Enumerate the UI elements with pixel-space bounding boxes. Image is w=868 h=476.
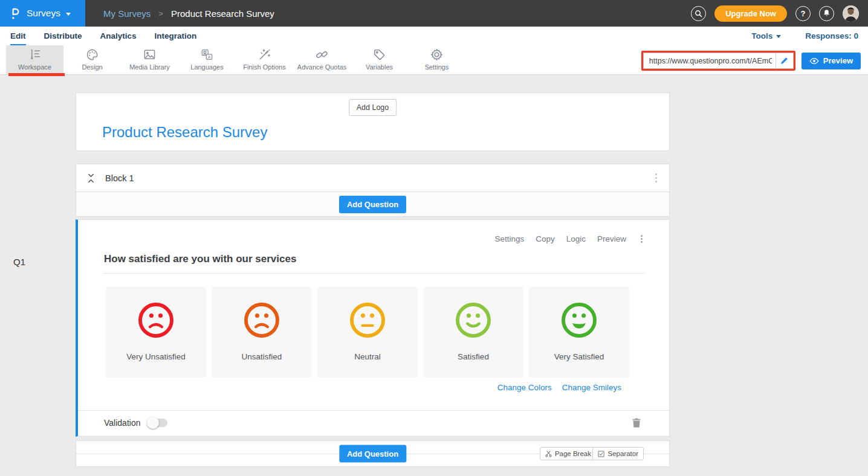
app-menu-label: Surveys: [27, 8, 60, 19]
question-logic-link[interactable]: Logic: [566, 234, 586, 243]
chevron-down-icon: [776, 35, 781, 38]
chevron-down-icon: [66, 13, 71, 16]
questionpro-logo-icon: [9, 5, 21, 21]
toolbar-item-settings[interactable]: Settings: [408, 45, 465, 74]
survey-title[interactable]: Product Research Survey: [102, 124, 267, 141]
search-icon: [695, 10, 702, 18]
responses-count: Responses: 0: [805, 31, 858, 40]
add-question-button-bottom[interactable]: Add Question: [339, 445, 406, 463]
question-number-label: Q1: [13, 257, 25, 267]
smiley-option-very-satisfied[interactable]: Very Satisfied: [529, 287, 629, 378]
question-copy-link[interactable]: Copy: [536, 234, 555, 243]
toolbar-item-languages[interactable]: A Languages: [178, 45, 236, 74]
variables-tag-icon: [372, 48, 386, 62]
settings-gear-icon: [430, 48, 444, 62]
tab-analytics[interactable]: Analytics: [100, 27, 137, 45]
advance-quotas-link-icon: [315, 48, 329, 62]
smiley-config-links: Change Colors Change Smileys: [497, 383, 621, 392]
change-smileys-link[interactable]: Change Smileys: [562, 383, 621, 392]
toolbar-item-finish-options[interactable]: Finish Options: [236, 45, 293, 74]
toolbar-item-workspace[interactable]: Workspace: [6, 45, 63, 74]
checkbox-checked-icon: [598, 451, 604, 457]
tools-menu[interactable]: Tools: [751, 31, 781, 40]
add-logo-button[interactable]: Add Logo: [349, 99, 397, 116]
question-actions: Settings Copy Logic Preview: [494, 233, 645, 245]
validation-label: Validation: [104, 418, 140, 428]
survey-url-input[interactable]: [644, 53, 776, 68]
question-card: Settings Copy Logic Preview How satisfie…: [76, 219, 670, 437]
block-footer-row: Add Question Page Break Separator: [76, 440, 670, 467]
survey-nav-row: EditDistributeAnalyticsIntegration Tools…: [0, 27, 868, 45]
svg-text:A: A: [208, 55, 211, 60]
preview-label: Preview: [823, 56, 853, 65]
smiley-option-satisfied[interactable]: Satisfied: [423, 287, 523, 378]
add-question-button-top[interactable]: Add Question: [339, 196, 406, 213]
languages-icon: A: [200, 48, 214, 62]
smiley-unsatisfied-icon: [242, 301, 281, 339]
tab-distribute[interactable]: Distribute: [44, 27, 82, 45]
help-button[interactable]: ?: [795, 6, 811, 21]
tab-edit[interactable]: Edit: [10, 27, 26, 45]
breadcrumb-current-survey: Product Research Survey: [171, 8, 274, 19]
delete-question-button[interactable]: [631, 417, 642, 429]
smiley-option-neutral[interactable]: Neutral: [317, 287, 418, 378]
survey-url-annotation-box: [641, 51, 795, 71]
add-question-row: Add Question: [76, 192, 670, 217]
breadcrumb-separator: >: [158, 9, 163, 18]
tab-integration[interactable]: Integration: [155, 27, 197, 45]
question-footer: Validation: [78, 409, 669, 436]
question-preview-link[interactable]: Preview: [597, 234, 626, 243]
question-settings-link[interactable]: Settings: [494, 234, 524, 243]
smiley-option-unsatisfied[interactable]: Unsatisfied: [212, 287, 312, 378]
nav-tabs: EditDistributeAnalyticsIntegration: [10, 27, 196, 45]
page-break-button[interactable]: Page Break: [540, 447, 597, 460]
breadcrumb: My Surveys > Product Research Survey: [103, 8, 274, 19]
validation-toggle[interactable]: [147, 419, 167, 427]
toolbar-item-design[interactable]: Design: [63, 45, 121, 74]
separator-button[interactable]: Separator: [592, 447, 644, 460]
toolbar-item-media-library[interactable]: Media Library: [121, 45, 178, 74]
design-palette-icon: [85, 48, 99, 62]
workspace-icon: [28, 48, 42, 62]
scissors-icon: [545, 450, 552, 457]
question-text[interactable]: How satisfied are you with our services: [104, 253, 645, 274]
smiley-very-satisfied-icon: [560, 301, 598, 339]
survey-content-column: Add Logo Product Research Survey Block 1…: [76, 92, 670, 467]
question-mark-icon: ?: [801, 9, 806, 18]
survey-block: Block 1 Add Question Settings Copy Logic…: [76, 164, 670, 467]
toolbar-items: Workspace Design Media Library A Languag…: [6, 45, 465, 74]
user-avatar[interactable]: [843, 5, 859, 22]
tools-label: Tools: [751, 31, 772, 40]
upgrade-now-button[interactable]: Upgrade Now: [714, 5, 787, 22]
change-colors-link[interactable]: Change Colors: [497, 383, 552, 392]
block-title: Block 1: [105, 173, 134, 183]
smiley-very-unsatisfied-icon: [137, 301, 175, 339]
toolbar-right: Preview: [641, 51, 861, 71]
trash-icon: [632, 418, 641, 428]
toolbar-item-variables[interactable]: Variables: [351, 45, 408, 74]
collapse-block-button[interactable]: [86, 172, 96, 184]
search-button[interactable]: [691, 6, 706, 21]
editor-toolbar: Workspace Design Media Library A Languag…: [0, 45, 868, 75]
topbar-actions: Upgrade Now ?: [691, 5, 868, 22]
smiley-scale-options: Very Unsatisfied Unsatisfied Neutral: [106, 287, 629, 378]
breadcrumb-my-surveys[interactable]: My Surveys: [103, 8, 151, 19]
workspace-canvas: Q1 Add Logo Product Research Survey Bloc…: [0, 75, 868, 476]
smiley-satisfied-icon: [454, 301, 493, 339]
toolbar-item-advance-quotas[interactable]: Advance Quotas: [293, 45, 351, 74]
eye-icon: [809, 57, 819, 65]
survey-header-card: Add Logo Product Research Survey: [76, 92, 670, 151]
block-menu-button[interactable]: [653, 171, 660, 185]
preview-button[interactable]: Preview: [802, 53, 861, 69]
pencil-icon: [780, 57, 788, 65]
question-menu-button[interactable]: [638, 233, 645, 245]
finish-options-wand-icon: [257, 48, 271, 62]
block-header: Block 1: [76, 164, 670, 192]
smiley-neutral-icon: [348, 301, 387, 339]
surveys-app-menu[interactable]: Surveys: [0, 0, 85, 27]
avatar-photo: [843, 5, 859, 22]
edit-url-button[interactable]: [776, 53, 793, 68]
collapse-vertical-icon: [87, 173, 95, 183]
notifications-button[interactable]: [819, 6, 834, 21]
smiley-option-very-unsatisfied[interactable]: Very Unsatisfied: [106, 287, 206, 378]
